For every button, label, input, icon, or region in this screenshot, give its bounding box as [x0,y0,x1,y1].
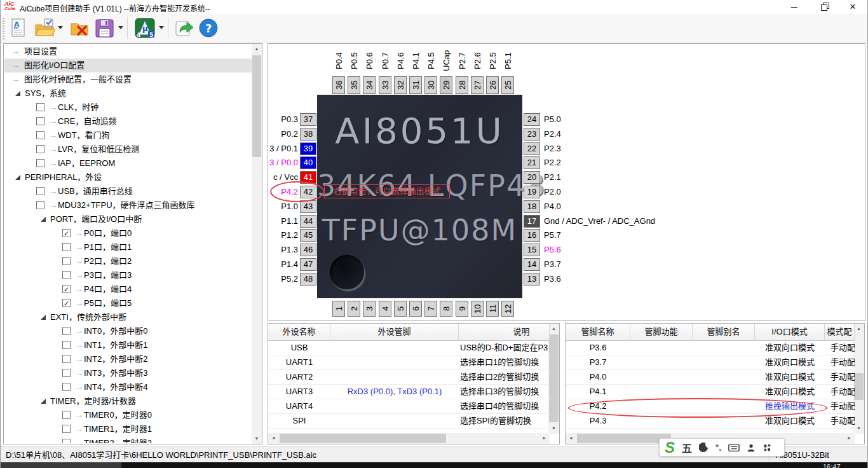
tree-item[interactable]: →INT0，外部中断0 [4,324,252,338]
pin-number[interactable]: 15 [524,244,540,256]
tree-checkbox[interactable] [36,145,44,153]
tree-checkbox[interactable] [62,383,71,391]
peripheral-desc-cell[interactable]: 选择SPI的管脚切换 [459,414,550,429]
tree-checkbox[interactable] [62,439,71,443]
tree-checkbox[interactable]: ✓ [62,229,71,237]
table-row[interactable]: P3.6准双向口模式手动配 [566,341,855,355]
tree-checkbox[interactable] [62,257,71,265]
scroll-up-arrow[interactable]: ▲ [853,324,864,334]
table-row[interactable]: UART4选择串口4的管脚切换 [268,399,550,414]
tree-checkbox[interactable] [62,271,71,279]
peripheral-name-cell[interactable]: USB [268,341,330,355]
pin-number[interactable]: 22 [524,142,540,155]
tree-checkbox[interactable] [62,411,71,419]
keyboard-icon[interactable] [728,443,740,452]
pin-number[interactable]: 5 [394,301,407,317]
table-row[interactable]: P4.1准双向口模式手动配 [566,385,855,399]
punctuation-icon[interactable]: °, [715,443,721,452]
peripheral-name-cell[interactable]: UART1 [268,355,330,370]
column-header[interactable]: 管脚别名 [693,324,755,341]
pin-number[interactable]: 33 [379,76,391,94]
column-header[interactable]: 外设管脚 [330,324,459,341]
new-project-button[interactable]: A [6,16,31,40]
column-header[interactable]: 管脚名称 [566,324,630,341]
pin-number[interactable]: 21 [524,156,540,169]
tree-item[interactable]: →项目设置 [4,45,252,59]
tree-item[interactable]: EXTI，传统外部中断 [4,310,252,324]
pin-number[interactable]: 4 [379,301,391,317]
peripheral-desc-cell[interactable]: 选择串口3的管脚切换 [459,385,550,399]
peripheral-pins-cell[interactable] [330,414,459,429]
pin-number[interactable]: 30 [424,76,437,94]
peripheral-name-cell[interactable]: SPI [268,414,330,429]
tree-checkbox[interactable] [36,159,44,167]
pin-mode-cell[interactable]: 准双向口模式 [755,370,825,385]
pin-number[interactable]: 36 [332,76,345,94]
pin-number[interactable]: 38 [300,128,316,141]
peripheral-pins-cell[interactable] [330,370,459,385]
table-row[interactable]: SPI选择SPI的管脚切换 [268,414,550,429]
scroll-down-arrow[interactable]: ▼ [548,423,559,434]
pin-func-cell[interactable] [630,385,693,399]
tree-checkbox[interactable] [36,117,44,125]
person-icon[interactable] [747,443,756,452]
peripheral-table-hscroll[interactable]: ◄ ► [268,433,550,444]
tree-item[interactable]: ✓→P4口，端口4 [4,282,252,296]
tree-item[interactable]: ✓→P5口，端口5 [4,296,252,310]
pin-table-vscroll[interactable]: ▲ ▼ [853,324,864,434]
pin-number[interactable]: 24 [524,113,540,126]
toolbar-grip[interactable] [3,18,4,39]
close-button[interactable]: ✕ [838,0,867,14]
export-code-button[interactable] [172,16,196,40]
pin-number[interactable]: 7 [424,301,437,317]
table-row[interactable]: UART3RxD3 (P0.0), TxD3 (P0.1)选择串口3的管脚切换 [268,385,550,399]
tree-item[interactable]: →P1口，端口1 [4,240,252,254]
tree-checkbox[interactable] [62,355,71,363]
vscroll-thumb[interactable] [854,373,864,400]
peripheral-desc-cell[interactable]: 选择串口1的管脚切换 [459,355,550,370]
tree-checkbox[interactable] [62,425,71,433]
moon-icon[interactable] [699,443,709,452]
keil-uvision-button[interactable]: µ 4 5 [133,16,157,40]
peripheral-name-cell[interactable]: UART3 [268,385,330,399]
pin-number[interactable]: 18 [524,200,540,213]
table-row[interactable]: UART1选择串口1的管脚切换 [268,355,550,370]
tree-scrollbar-thumb[interactable] [252,55,261,157]
tree-item[interactable]: →MDU32+TFPU，硬件浮点三角函数库 [4,198,252,212]
column-header[interactable]: 外设名称 [268,324,330,341]
column-header[interactable]: 说明 [459,324,550,341]
pin-number[interactable]: 25 [501,76,514,94]
tree-item[interactable]: →WDT，看门狗 [4,128,252,142]
tree-item[interactable]: →CRE，自动追频 [4,114,252,128]
pin-number[interactable]: 16 [524,229,540,242]
pin-number[interactable]: 39 [300,142,316,155]
tree-checkbox[interactable] [62,243,71,251]
pin-number[interactable]: 28 [456,76,468,94]
sogou-logo-icon[interactable]: S [665,439,675,456]
hscroll-thumb[interactable] [577,434,671,443]
pin-number[interactable]: 44 [300,215,316,228]
keil-dropdown[interactable] [159,26,164,29]
pin-number[interactable]: 26 [486,76,499,94]
scroll-left-arrow[interactable]: ◄ [566,433,576,444]
tree-checkbox[interactable] [62,341,71,349]
scroll-down-arrow[interactable]: ▼ [252,434,262,444]
pin-number[interactable]: 12 [501,301,514,317]
help-button[interactable]: ? [196,16,220,40]
pin-number[interactable]: 8 [440,301,452,317]
peripheral-desc-cell[interactable]: USB的D-和D+固定在P3 [459,341,550,355]
tree-item[interactable]: →TIMER0，定时器0 [4,408,252,422]
tree-item[interactable]: →IAP，EEPROM [4,156,252,170]
tree-checkbox[interactable] [36,103,44,111]
hscroll-thumb[interactable] [280,434,446,443]
tree-item[interactable]: PORT，端口及I/O口中断 [4,212,252,226]
pin-number[interactable]: 3 [363,301,376,317]
pin-number[interactable]: 13 [524,273,540,286]
toolbox-icon[interactable] [763,443,771,452]
peripheral-pins-cell[interactable] [330,399,459,414]
column-header[interactable]: I/O口模式 [755,324,825,341]
wubi-mode-icon[interactable]: 五 [682,440,692,455]
tree-item[interactable]: →INT1，外部中断1 [4,338,252,352]
tree-expander-icon[interactable] [41,217,46,222]
pin-number[interactable]: 1 [332,301,345,317]
